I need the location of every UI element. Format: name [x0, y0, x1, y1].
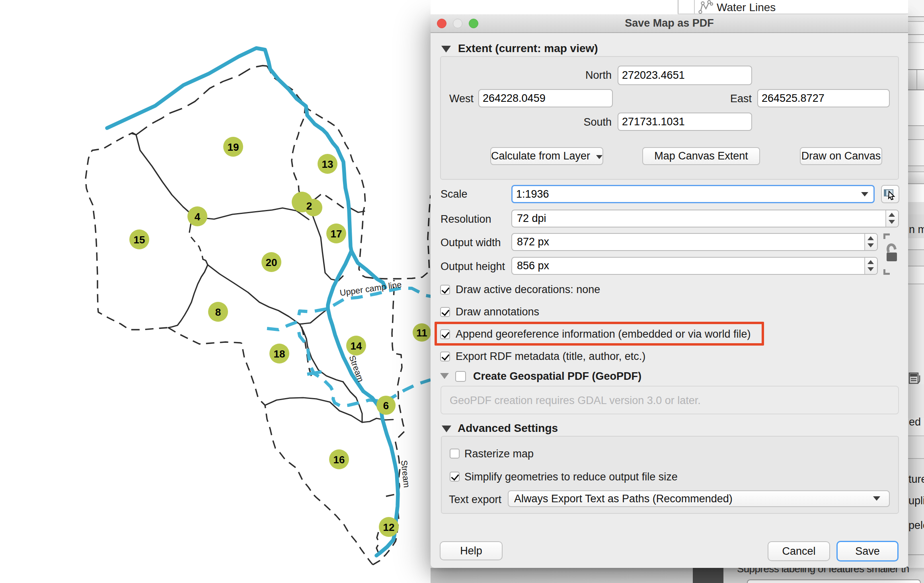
svg-text:13: 13 [322, 158, 333, 170]
svg-text:18: 18 [274, 348, 285, 360]
svg-text:12: 12 [383, 521, 395, 533]
svg-text:19: 19 [228, 141, 239, 153]
svg-text:Stream: Stream [399, 460, 411, 488]
svg-text:16: 16 [333, 454, 345, 466]
svg-text:11: 11 [416, 327, 427, 339]
svg-text:17: 17 [331, 228, 342, 240]
svg-text:14: 14 [351, 340, 362, 352]
svg-text:2: 2 [306, 200, 312, 212]
svg-text:15: 15 [134, 234, 145, 246]
svg-text:4: 4 [195, 211, 201, 223]
svg-text:6: 6 [383, 400, 389, 412]
svg-text:8: 8 [215, 306, 221, 318]
svg-text:20: 20 [266, 257, 277, 268]
